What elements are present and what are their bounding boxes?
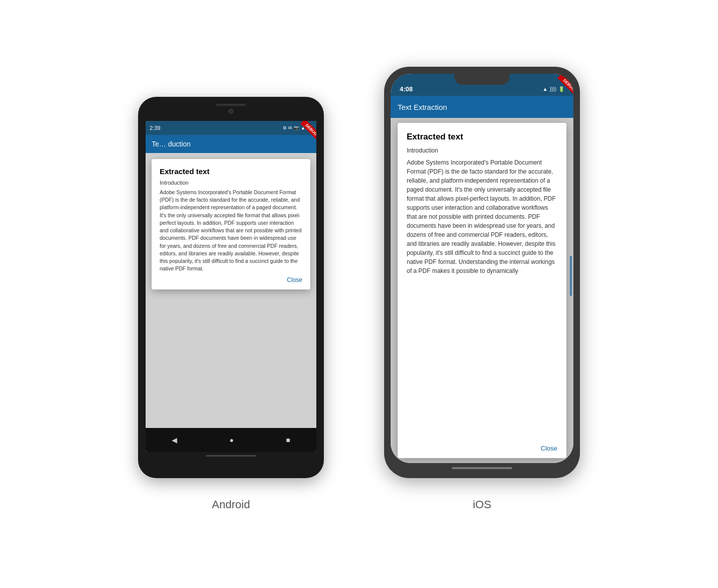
android-dialog-subtitle: Introduction (160, 180, 302, 186)
android-content-area: Extracted text Introduction Adobe System… (146, 153, 316, 428)
android-settings-icon: ⚙ (283, 125, 287, 130)
android-app-bar-title: Te… duction (152, 140, 191, 148)
android-home-button[interactable]: ● (229, 436, 233, 444)
ios-phone: 4:08 ▲ )))) 🔋 DEBUG Text Extraction (384, 67, 580, 478)
ios-dialog-subtitle: Introduction (407, 147, 557, 154)
android-nav-bar: ◀ ● ■ (146, 428, 316, 452)
android-platform-label: Android (212, 498, 250, 511)
android-dialog-title: Extracted text (160, 167, 302, 176)
android-app-bar: Te… duction (146, 135, 316, 153)
ios-section: 4:08 ▲ )))) 🔋 DEBUG Text Extraction (384, 67, 580, 511)
android-section: 2:39 ⚙ ✉ 📷 ▲ 🔋 DEBUG Te… duction (138, 97, 324, 511)
ios-scroll-bar (570, 256, 572, 296)
ios-time: 4:08 (400, 85, 413, 93)
ios-app-bar-title: Text Extraction (398, 103, 447, 111)
android-home-bar (206, 455, 256, 457)
phones-row: 2:39 ⚙ ✉ 📷 ▲ 🔋 DEBUG Te… duction (0, 67, 718, 511)
ios-battery-icon: 🔋 (558, 86, 564, 92)
android-mail-icon: ✉ (288, 125, 292, 130)
android-time: 2:39 (150, 125, 160, 131)
android-dialog-body: Adobe Systems Incorporated's Portable Do… (160, 189, 302, 272)
ios-wifi-icon: )))) (550, 86, 556, 92)
android-back-button[interactable]: ◀ (172, 436, 177, 444)
ios-dialog-title: Extracted text (407, 132, 557, 142)
ios-app-bar: Text Extraction (391, 96, 573, 118)
android-camera (228, 109, 233, 114)
ios-content-area: Extracted text Introduction Adobe System… (391, 118, 573, 463)
android-close-button[interactable]: Close (160, 272, 302, 285)
page-container: 2:39 ⚙ ✉ 📷 ▲ 🔋 DEBUG Te… duction (0, 47, 718, 541)
ios-screen: 4:08 ▲ )))) 🔋 DEBUG Text Extraction (391, 74, 573, 463)
ios-home-indicator[interactable] (452, 467, 512, 469)
android-camera-icon: 📷 (294, 125, 299, 130)
android-phone: 2:39 ⚙ ✉ 📷 ▲ 🔋 DEBUG Te… duction (138, 97, 324, 478)
ios-status-icons: ▲ )))) 🔋 (543, 86, 564, 92)
ios-close-button[interactable]: Close (407, 439, 557, 454)
android-dialog: Extracted text Introduction Adobe System… (152, 159, 310, 289)
ios-signal-icon: ▲ (543, 86, 548, 92)
android-status-bar: 2:39 ⚙ ✉ 📷 ▲ 🔋 (146, 121, 316, 135)
ios-notch (454, 74, 510, 85)
ios-dialog-body: Adobe Systems Incorporated's Portable Do… (407, 158, 557, 439)
android-screen: 2:39 ⚙ ✉ 📷 ▲ 🔋 DEBUG Te… duction (146, 121, 316, 452)
ios-dialog: Extracted text Introduction Adobe System… (398, 123, 566, 458)
ios-platform-label: iOS (473, 498, 492, 511)
android-recents-button[interactable]: ■ (286, 436, 290, 444)
